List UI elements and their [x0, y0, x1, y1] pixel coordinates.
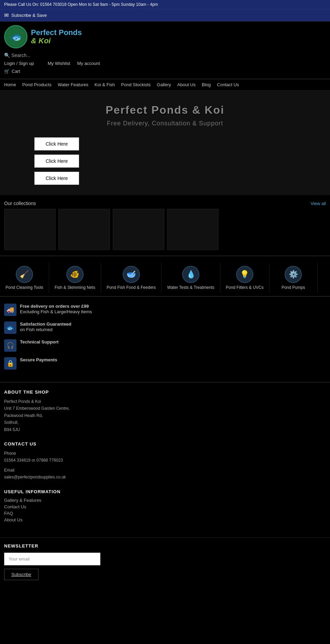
nav-item[interactable]: Pond Products [22, 82, 52, 87]
account-link[interactable]: My account [77, 61, 100, 66]
subscribe-label: Subscribe & Save [11, 13, 47, 18]
category-icon: ⚙️ [285, 266, 302, 283]
logo-text-top: Perfect Ponds [31, 29, 82, 37]
top-bar: Please Call Us On: 01564 703018 Open Mon… [0, 0, 330, 9]
nav-item[interactable]: Pond Stockists [121, 82, 151, 87]
footer: ABOUT THE SHOP Perfect Ponds & KoiUnit 7… [0, 382, 330, 538]
footer-useful-link[interactable]: FAQ [4, 511, 326, 516]
footer-useful-link[interactable]: Contact Us [4, 504, 326, 509]
phone-text: Please Call Us On: 01564 703018 Open Mon… [4, 2, 158, 7]
category-item[interactable]: 🥣 Pond Fish Food & Feeders [101, 263, 162, 293]
newsletter-heading: NEWSLETTER [4, 543, 326, 549]
nav-item[interactable]: Koi & Fish [95, 82, 115, 87]
hero-button[interactable]: Click Here [34, 172, 79, 185]
hero-button[interactable]: Click Here [34, 137, 79, 150]
feature-icon: 🐟 [4, 321, 16, 334]
collections-grid [4, 209, 326, 253]
account-row: Login / Sign up My Wishlist My account [4, 59, 326, 67]
feature-text: Free delivery on orders over £99 Excludi… [20, 304, 92, 315]
footer-useful-links: Gallery & FeaturesContact UsFAQAbout Us [4, 498, 326, 522]
feature-icon: 🎧 [4, 339, 16, 352]
header: 🐟 Perfect Ponds & Koi 🔍 Search... Login … [0, 22, 330, 79]
hero-button[interactable]: Click Here [34, 155, 79, 168]
feature-text: Secure Payments [20, 357, 57, 362]
wishlist-link[interactable]: My Wishlist [48, 61, 70, 66]
footer-contact-heading: CONTACT US [4, 441, 326, 447]
category-icon: 💡 [236, 266, 253, 283]
footer-phone-number: 01564 334819 or 07888 776023 [4, 457, 326, 464]
logo-circle: 🐟 [4, 25, 28, 48]
cart-row[interactable]: 🛒 Cart [4, 67, 326, 75]
logo-text-bottom: & Koi [31, 37, 82, 45]
features-section: 🚚 Free delivery on orders over £99 Exclu… [0, 296, 330, 382]
subscribe-button[interactable]: Subscribe [4, 569, 38, 580]
footer-about-heading: ABOUT THE SHOP [4, 389, 326, 395]
feature-bold: Free delivery on orders over £99 [20, 304, 92, 309]
cart-icon: 🛒 [4, 69, 10, 74]
feature-detail: on Fish returned [20, 327, 72, 333]
feature-item: 🎧 Technical Support [4, 339, 326, 352]
category-item[interactable]: 🐠 Fish & Skimming Nets [49, 263, 101, 293]
category-label: Fish & Skimming Nets [55, 285, 95, 290]
nav-bar: HomePond ProductsWater FeaturesKoi & Fis… [0, 79, 330, 90]
footer-useful-link[interactable]: About Us [4, 517, 326, 522]
logo-row: 🐟 Perfect Ponds & Koi [4, 25, 326, 48]
collection-card[interactable] [113, 209, 164, 250]
collections-header: Our collections View all [4, 201, 326, 206]
footer-email-label: Email [4, 467, 326, 474]
newsletter-section: NEWSLETTER Subscribe [0, 538, 330, 590]
view-all-link[interactable]: View all [310, 201, 326, 206]
footer-about-text: Perfect Ponds & KoiUnit 7 Emberswood Gar… [4, 398, 326, 433]
category-item[interactable]: 🧹 Pond Cleaning Tools [0, 263, 49, 293]
categories-bar: 🧹 Pond Cleaning Tools 🐠 Fish & Skimming … [0, 256, 330, 296]
collection-card[interactable] [58, 209, 110, 250]
logo-fish-icon: 🐟 [10, 31, 22, 43]
hero-subtitle: Free Delivery, Consultation & Support [7, 120, 323, 127]
footer-useful-heading: USEFUL INFORMATION [4, 489, 326, 494]
category-icon: 🧹 [16, 266, 33, 283]
feature-bold: Secure Payments [20, 357, 57, 362]
category-icon: 💧 [182, 266, 199, 283]
category-item[interactable]: ⚙️ Pond Pumps [270, 263, 318, 293]
footer-useful: USEFUL INFORMATION Gallery & FeaturesCon… [4, 489, 326, 522]
feature-item: 🐟 Satisfaction Guaranteed on Fish return… [4, 321, 326, 334]
feature-icon: 🚚 [4, 304, 16, 316]
nav-item[interactable]: Home [4, 82, 16, 87]
search-placeholder[interactable]: 🔍 Search... [4, 51, 326, 59]
hero-section: Perfect Ponds & Koi Free Delivery, Consu… [0, 90, 330, 195]
newsletter-email-input[interactable] [4, 553, 100, 565]
newsletter-form: Subscribe [4, 553, 100, 580]
nav-item[interactable]: Water Features [58, 82, 88, 87]
feature-text: Technical Support [20, 339, 58, 344]
collection-card[interactable] [167, 209, 219, 250]
category-label: Pond Fish Food & Feeders [107, 285, 156, 290]
collection-card[interactable] [4, 209, 56, 250]
subscribe-bar: ✉ Subscribe & Save [0, 9, 330, 21]
category-label: Water Tests & Treatments [167, 285, 214, 290]
feature-bold: Technical Support [20, 339, 58, 344]
category-item[interactable]: 💧 Water Tests & Treatments [162, 263, 220, 293]
category-item[interactable]: 💡 Pond Filters & UVCs [220, 263, 270, 293]
feature-item: 🔒 Secure Payments [4, 357, 326, 370]
nav-item[interactable]: Blog [202, 82, 211, 87]
nav-item[interactable]: Gallery [157, 82, 171, 87]
category-label: Pond Cleaning Tools [6, 285, 43, 290]
feature-icon: 🔒 [4, 357, 16, 370]
search-text: Search... [11, 53, 31, 58]
category-label: Pond Pumps [282, 285, 305, 290]
hero-title: Perfect Ponds & Koi [7, 104, 323, 116]
collections-title: Our collections [4, 201, 36, 206]
feature-detail: Excluding Fish & Large/Heavy Items [20, 309, 92, 315]
hero-buttons: Click HereClick HereClick Here [34, 137, 323, 185]
category-label: Pond Filters & UVCs [226, 285, 264, 290]
feature-bold: Satisfaction Guaranteed [20, 321, 72, 327]
logo-text: Perfect Ponds & Koi [31, 29, 82, 45]
footer-useful-link[interactable]: Gallery & Features [4, 498, 326, 503]
collections-section: Our collections View all [0, 195, 330, 256]
search-icon: 🔍 [4, 53, 10, 58]
feature-item: 🚚 Free delivery on orders over £99 Exclu… [4, 304, 326, 316]
login-link[interactable]: Login / Sign up [4, 61, 34, 66]
nav-item[interactable]: Contact Us [217, 82, 239, 87]
nav-item[interactable]: About Us [177, 82, 196, 87]
footer-email-address: sales@perfectpondsupplies.co.uk [4, 474, 326, 481]
